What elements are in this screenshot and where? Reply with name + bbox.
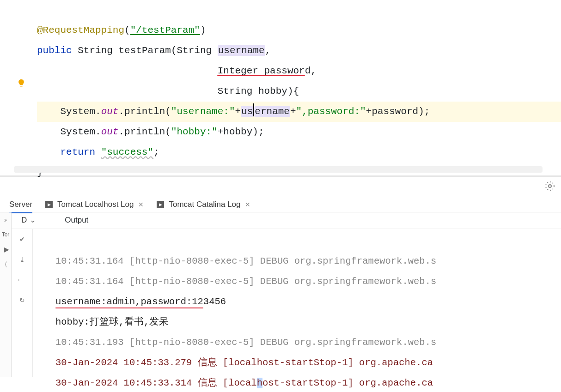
annotation-path: "/testParam": [130, 25, 200, 36]
str-password: ",password:": [296, 106, 366, 117]
sys: System.: [60, 127, 101, 137]
sys: System.: [60, 106, 101, 117]
console-output[interactable]: ✔ ⤓ ⟵ ↻ 10:45:31.164 [http-nio-8080-exec…: [0, 229, 561, 377]
code-block[interactable]: @RequestMapping("/testParam") public Str…: [0, 0, 561, 203]
log-line: 10:45:31.164 [http-nio-8080-exec-5] DEBU…: [55, 276, 436, 287]
intention-bulb-icon[interactable]: [17, 78, 26, 88]
log-line: 10:45:31.164 [http-nio-8080-exec-5] DEBU…: [55, 256, 436, 266]
semicolon: ;: [153, 147, 159, 157]
log-line-warn: 30-Jan-2024 10:45:33.279 信息 [localhost-s…: [55, 357, 433, 368]
deploy-dropdown[interactable]: D ⌄: [21, 215, 36, 225]
log-line-stdout: username:admin,password:123456: [55, 296, 226, 307]
chevron-down-icon: ⌄: [30, 215, 36, 225]
out-field: out: [101, 127, 119, 137]
log-line: 10:45:31.193 [http-nio-8080-exec-5] DEBU…: [55, 337, 436, 348]
annotation: @RequestMapping: [37, 25, 124, 36]
red-underline-annotation: [55, 308, 203, 308]
log-line-warn: 30-Jan-2024 10:45:33.314 信息 [localhost-s…: [55, 378, 433, 388]
console-text[interactable]: 10:45:31.164 [http-nio-8080-exec-5] DEBU…: [55, 229, 561, 392]
tail1: +password);: [366, 106, 430, 117]
var-username-a: us: [241, 106, 253, 117]
type-string: String: [78, 45, 113, 56]
param1-name: username: [218, 45, 265, 56]
refresh-icon[interactable]: ↻: [12, 290, 32, 310]
chevron-right-icon[interactable]: »: [2, 212, 10, 227]
param3-type: String: [218, 86, 253, 96]
red-underline-annotation: [217, 75, 305, 76]
println: .println(: [118, 106, 171, 117]
svg-point-0: [549, 185, 551, 187]
tool-window-header: [0, 177, 561, 196]
output-title: Output: [65, 216, 88, 225]
editor-gutter: [0, 0, 32, 175]
check-icon[interactable]: ✔: [12, 229, 32, 249]
println: .println(: [118, 127, 171, 137]
param1-type: String: [177, 45, 212, 56]
method-name: testParam: [118, 45, 171, 56]
svg-point-1: [546, 182, 554, 190]
code-editor[interactable]: @RequestMapping("/testParam") public Str…: [0, 0, 561, 175]
gear-icon[interactable]: [544, 181, 555, 192]
kw-public: public: [37, 45, 72, 56]
out-field: out: [101, 106, 119, 117]
paren: (: [124, 25, 130, 36]
kw-return: return: [60, 147, 95, 157]
plus: +: [235, 106, 241, 117]
plus: +: [290, 106, 296, 117]
dropdown-label: D: [21, 216, 27, 225]
editor-horizontal-scrollbar[interactable]: [14, 166, 543, 173]
console-toolbar: ✔ ⤓ ⟵ ↻: [12, 229, 33, 377]
str-hobby: "hobby:": [171, 127, 218, 137]
paren: ): [200, 25, 206, 36]
str-username: "username:": [171, 106, 235, 117]
ret-string: "success": [101, 147, 153, 157]
download-icon[interactable]: ⤓: [12, 249, 32, 270]
var-username-b: ername: [254, 106, 290, 117]
arrow-left-icon[interactable]: ⟵: [12, 270, 32, 290]
log-line-stdout: hobby:打篮球,看书,发呆: [55, 317, 169, 327]
param3-name: hobby: [258, 86, 287, 96]
tail2: +hobby);: [218, 127, 264, 137]
output-header: D ⌄ Output: [0, 212, 561, 229]
